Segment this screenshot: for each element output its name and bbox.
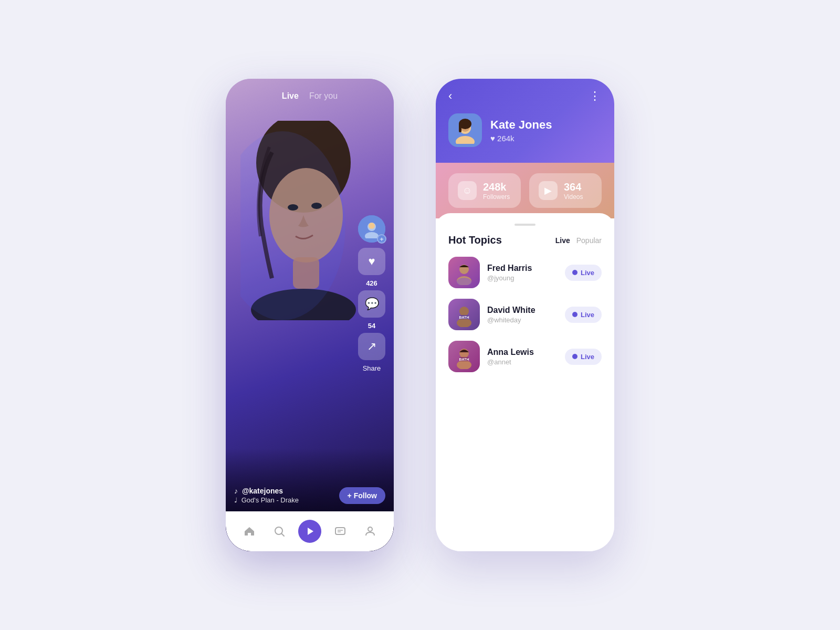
david-live-badge[interactable]: Live xyxy=(565,307,602,323)
chat-nav-icon[interactable] xyxy=(329,520,352,543)
svg-point-25 xyxy=(459,307,469,316)
svg-point-16 xyxy=(368,527,372,531)
videos-count: 364 xyxy=(564,181,583,193)
david-info: David White @whiteday xyxy=(487,306,558,324)
david-avatar: BATH xyxy=(448,299,480,330)
hot-topics-header: Hot Topics Live Popular xyxy=(448,234,602,246)
search-nav-icon[interactable] xyxy=(268,520,291,543)
profile-avatar xyxy=(448,113,482,147)
fred-live-badge[interactable]: Live xyxy=(565,265,602,281)
svg-text:BATH: BATH xyxy=(459,358,469,361)
play-nav-icon[interactable] xyxy=(298,520,321,543)
follow-button[interactable]: + Follow xyxy=(339,487,385,504)
profile-nav-icon[interactable] xyxy=(359,520,382,543)
topic-item-fred: Fred Harris @jyoung Live xyxy=(448,257,602,288)
anna-name: Anna Lewis xyxy=(487,348,558,357)
topic-item-anna: BATH Anna Lewis @annet Live xyxy=(448,341,602,372)
svg-rect-21 xyxy=(459,124,461,132)
video-info: ♪ @katejones ♩ God's Plan - Drake xyxy=(234,487,352,504)
comment-button[interactable]: 💬 xyxy=(358,290,385,318)
fred-name: Fred Harris xyxy=(487,264,558,273)
david-name: David White xyxy=(487,306,558,315)
followers-count: 248k xyxy=(483,181,510,193)
music-note2-icon: ♩ xyxy=(234,496,237,504)
tab-popular[interactable]: Popular xyxy=(576,236,602,245)
followers-label: Followers xyxy=(483,193,510,201)
david-handle: @whiteday xyxy=(487,316,558,324)
hot-topics-title: Hot Topics xyxy=(448,234,502,246)
followers-icon: ☺ xyxy=(458,181,477,200)
fred-live-dot xyxy=(572,270,578,275)
share-icon: ↗ xyxy=(367,341,376,352)
add-follow-avatar[interactable]: + xyxy=(358,215,385,243)
face-silhouette xyxy=(240,121,366,320)
live-tab[interactable]: Live xyxy=(282,91,299,101)
like-button[interactable]: ♥ xyxy=(358,248,385,275)
svg-marker-12 xyxy=(308,528,313,535)
fred-avatar xyxy=(448,257,480,288)
home-nav-icon[interactable] xyxy=(238,520,261,543)
followers-stat-text: 248k Followers xyxy=(483,181,510,201)
svg-point-30 xyxy=(457,360,471,369)
profile-likes: ♥ 264k xyxy=(490,134,552,143)
topic-item-david: BATH David White @whiteday Live xyxy=(448,299,602,330)
stats-section: ☺ 248k Followers ▶ 364 Videos xyxy=(436,163,614,218)
more-options-button[interactable]: ⋮ xyxy=(589,89,602,103)
topics-tabs: Live Popular xyxy=(555,236,602,245)
svg-line-11 xyxy=(282,534,285,537)
fred-live-label: Live xyxy=(581,269,594,277)
david-live-label: Live xyxy=(581,311,594,319)
plus-icon: + xyxy=(377,234,386,244)
videos-card: ▶ 364 Videos xyxy=(529,173,602,208)
drag-handle xyxy=(514,224,536,226)
profile-info: Kate Jones ♥ 264k xyxy=(448,113,602,147)
tab-live[interactable]: Live xyxy=(555,236,570,245)
svg-rect-13 xyxy=(335,528,345,534)
profile-name: Kate Jones xyxy=(490,118,552,132)
svg-point-9 xyxy=(369,223,375,229)
action-buttons-group: + ♥ 426 💬 54 ↗ Share xyxy=(358,215,385,372)
top-navigation: Live For you xyxy=(226,91,394,101)
play-circle-icon: ▶ xyxy=(539,181,558,200)
right-phone: ‹ ⋮ Kate Jones ♥ 264k xyxy=(436,79,614,551)
profile-text: Kate Jones ♥ 264k xyxy=(490,118,552,143)
back-button[interactable]: ‹ xyxy=(448,89,452,103)
bottom-navigation xyxy=(226,511,394,551)
svg-point-8 xyxy=(365,232,379,238)
svg-text:BATH: BATH xyxy=(459,316,469,319)
anna-handle: @annet xyxy=(487,358,558,366)
fred-handle: @jyoung xyxy=(487,274,558,282)
followers-card: ☺ 248k Followers xyxy=(448,173,521,208)
anna-avatar: BATH xyxy=(448,341,480,372)
header-top-row: ‹ ⋮ xyxy=(448,89,602,103)
david-live-dot xyxy=(572,312,578,317)
anna-info: Anna Lewis @annet xyxy=(487,348,558,366)
anna-live-dot xyxy=(572,354,578,359)
comment-icon: 💬 xyxy=(365,298,379,310)
videos-label: Videos xyxy=(564,193,583,201)
song-info: ♩ God's Plan - Drake xyxy=(234,496,352,504)
avatar-svg xyxy=(452,117,479,144)
hot-topics-section: Hot Topics Live Popular Fred Harris @jyo… xyxy=(436,213,614,551)
user-handle: ♪ @katejones xyxy=(234,487,352,495)
for-you-tab[interactable]: For you xyxy=(309,91,338,101)
svg-point-18 xyxy=(456,136,475,144)
svg-point-26 xyxy=(457,318,471,327)
likes-count: 426 xyxy=(366,279,377,287)
share-label: Share xyxy=(363,364,381,372)
fred-info: Fred Harris @jyoung xyxy=(487,264,558,282)
videos-stat-text: 364 Videos xyxy=(564,181,583,201)
comments-count: 54 xyxy=(368,322,375,330)
anna-live-label: Live xyxy=(581,353,594,361)
anna-live-badge[interactable]: Live xyxy=(565,349,602,365)
left-phone: Live For you + ♥ 426 💬 54 ↗ xyxy=(226,79,394,551)
music-note-icon: ♪ xyxy=(234,487,238,495)
heart-icon: ♥ xyxy=(368,256,375,267)
share-button[interactable]: ↗ xyxy=(358,333,385,360)
profile-header: ‹ ⋮ Kate Jones ♥ 264k xyxy=(436,79,614,163)
